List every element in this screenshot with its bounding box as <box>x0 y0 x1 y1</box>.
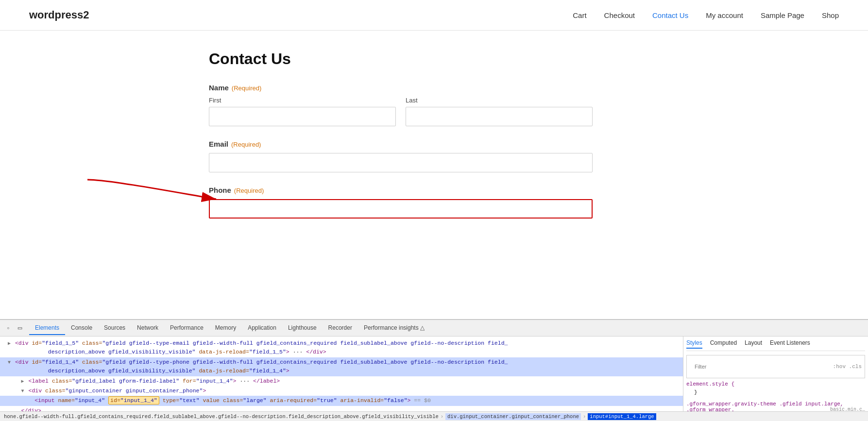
nav-contact-us[interactable]: Contact Us <box>652 11 688 19</box>
nav-my-account[interactable]: My account <box>706 11 743 19</box>
last-name-col: Last <box>406 97 593 126</box>
phone-input-area <box>209 199 593 219</box>
nav-cart[interactable]: Cart <box>573 11 586 19</box>
first-name-input[interactable] <box>209 107 396 126</box>
site-title: wordpress2 <box>29 9 89 21</box>
main-nav: Cart Checkout Contact Us My account Samp… <box>573 11 839 19</box>
nav-sample-page[interactable]: Sample Page <box>761 11 804 19</box>
email-label: Email(Required) <box>209 140 593 148</box>
phone-label: Phone(Required) <box>209 186 593 194</box>
email-input[interactable] <box>209 153 593 172</box>
phone-field-group: Phone(Required) <box>209 186 593 219</box>
first-label: First <box>209 97 396 104</box>
contact-form: Contact Us Name(Required) First Last Ema… <box>209 50 593 219</box>
name-field-group: Name(Required) First Last <box>209 84 593 126</box>
site-header: wordpress2 Cart Checkout Contact Us My a… <box>0 0 868 31</box>
page-title: Contact Us <box>209 50 593 68</box>
first-name-col: First <box>209 97 396 126</box>
last-name-input[interactable] <box>406 107 593 126</box>
name-row: First Last <box>209 97 593 126</box>
name-label: Name(Required) <box>209 84 593 92</box>
last-label: Last <box>406 97 593 104</box>
nav-shop[interactable]: Shop <box>822 11 839 19</box>
nav-checkout[interactable]: Checkout <box>604 11 635 19</box>
main-content: Contact Us Name(Required) First Last Ema… <box>0 31 868 242</box>
phone-input[interactable] <box>209 199 593 219</box>
annotation-arrow <box>73 170 228 219</box>
email-field-group: Email(Required) <box>209 140 593 172</box>
